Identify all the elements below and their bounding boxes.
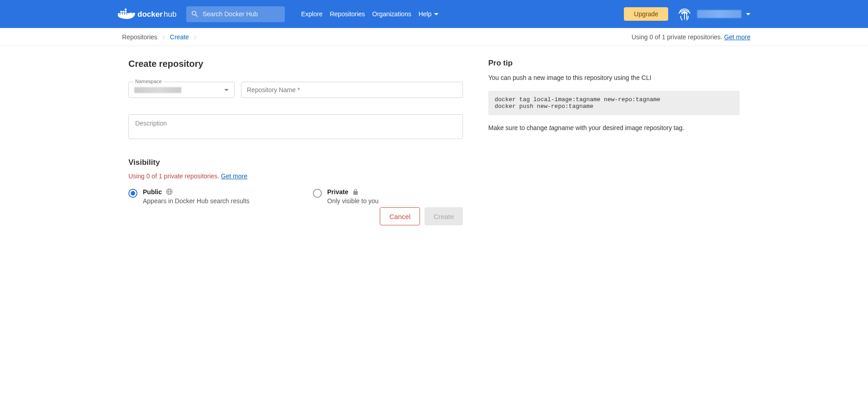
- nav-links: Explore Repositories Organizations Help: [301, 10, 439, 18]
- outro-pre: Make sure to change: [488, 124, 549, 131]
- public-description: Appears in Docker Hub search results: [143, 197, 250, 205]
- namespace-label: Namespace: [133, 79, 164, 84]
- upgrade-button[interactable]: Upgrade: [624, 7, 668, 21]
- search-icon: [191, 10, 199, 18]
- description-placeholder: Description: [135, 120, 167, 127]
- namespace-value-redacted: [134, 87, 181, 93]
- svg-rect-1: [120, 13, 122, 15]
- svg-text:hub: hub: [164, 10, 176, 19]
- fingerprint-icon[interactable]: [675, 5, 693, 23]
- outro-post: with your desired image repository tag.: [574, 124, 684, 131]
- create-button: Create: [425, 207, 463, 225]
- main-content: Create repository Namespace Repository N…: [118, 46, 750, 234]
- svg-text:docker: docker: [137, 10, 163, 19]
- pro-tip-intro: You can push a new image to this reposit…: [488, 73, 740, 83]
- visibility-usage-text: Using 0 of 1 private repositories.: [128, 173, 219, 180]
- svg-rect-0: [118, 13, 120, 15]
- svg-rect-3: [125, 13, 127, 15]
- svg-rect-4: [120, 11, 122, 13]
- sub-header: Repositories › Create › Using 0 of 1 pri…: [0, 28, 868, 46]
- chevron-down-icon: [224, 89, 229, 91]
- cli-code-block: docker tag local-image:tagname new-repo:…: [488, 91, 740, 115]
- nav-organizations[interactable]: Organizations: [372, 10, 411, 18]
- page-title: Create repository: [128, 59, 463, 69]
- cancel-button[interactable]: Cancel: [380, 207, 420, 225]
- nav-help-label: Help: [419, 10, 432, 18]
- user-menu[interactable]: [697, 10, 750, 18]
- namespace-select[interactable]: Namespace: [128, 82, 235, 98]
- nav-help[interactable]: Help: [419, 10, 439, 18]
- chevron-down-icon: [434, 13, 439, 15]
- search-input[interactable]: [203, 10, 280, 18]
- top-header: docker hub Explore Repositories Organiza…: [0, 0, 868, 28]
- outro-em: tagname: [549, 124, 574, 131]
- radio-public[interactable]: [128, 189, 137, 198]
- visibility-option-public[interactable]: Public Appears in Docker Hub search resu…: [128, 188, 250, 205]
- chevron-down-icon: [746, 13, 750, 15]
- search-box[interactable]: [186, 6, 285, 22]
- lock-icon: [352, 188, 359, 196]
- svg-rect-6: [125, 11, 127, 13]
- svg-rect-5: [123, 11, 124, 13]
- breadcrumb-create[interactable]: Create: [165, 33, 193, 41]
- private-repo-usage: Using 0 of 1 private repositories. Get m…: [632, 33, 750, 41]
- visibility-usage-note: Using 0 of 1 private repositories. Get m…: [128, 173, 463, 180]
- pro-tip-heading: Pro tip: [488, 59, 740, 68]
- repo-name-field[interactable]: Repository Name *: [241, 82, 463, 98]
- usage-text: Using 0 of 1 private repositories.: [632, 33, 722, 41]
- username-placeholder: [697, 10, 741, 18]
- private-label: Private: [327, 188, 349, 196]
- get-more-link[interactable]: Get more: [724, 33, 750, 41]
- pro-tip-outro: Make sure to change tagname with your de…: [488, 123, 740, 133]
- visibility-option-private[interactable]: Private Only visible to you: [313, 188, 379, 205]
- svg-rect-7: [125, 9, 127, 10]
- breadcrumb: Repositories › Create ›: [118, 28, 197, 46]
- public-label: Public: [143, 188, 162, 196]
- radio-private[interactable]: [313, 189, 322, 198]
- repo-name-placeholder: Repository Name *: [247, 86, 300, 93]
- globe-icon: [165, 188, 173, 196]
- nav-repositories[interactable]: Repositories: [330, 10, 365, 18]
- description-field[interactable]: Description: [128, 114, 463, 139]
- visibility-get-more-link[interactable]: Get more: [221, 173, 247, 180]
- private-description: Only visible to you: [327, 197, 379, 205]
- breadcrumb-repositories[interactable]: Repositories: [118, 33, 162, 41]
- logo[interactable]: docker hub: [118, 8, 179, 20]
- visibility-heading: Visibility: [128, 158, 463, 167]
- nav-explore[interactable]: Explore: [301, 10, 322, 18]
- svg-rect-2: [123, 13, 124, 15]
